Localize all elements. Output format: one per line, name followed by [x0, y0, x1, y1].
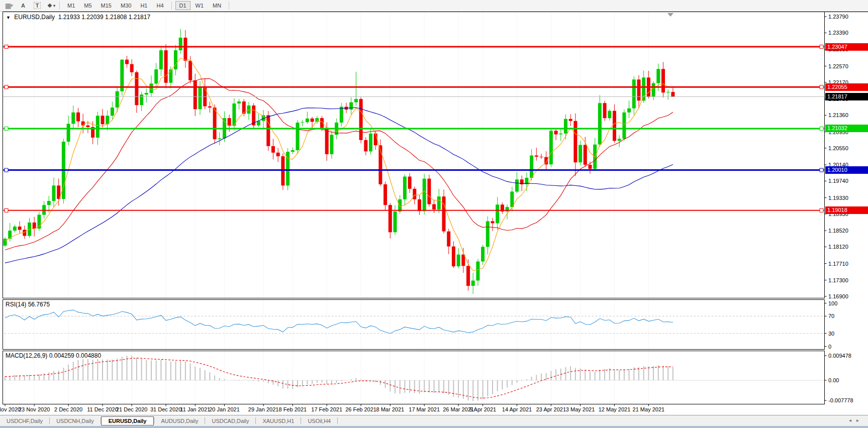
candle-body — [618, 139, 621, 141]
candle-body — [349, 102, 353, 110]
candle-body — [573, 121, 577, 162]
candle-body — [578, 145, 582, 163]
candle-body — [247, 105, 251, 114]
chart-title: ▼ EURUSD,Daily 1.21933 1.22039 1.21808 1… — [6, 14, 150, 21]
candle-body — [369, 134, 372, 152]
hline-handle[interactable] — [820, 168, 823, 172]
price-panel — [3, 12, 825, 298]
candle-body — [150, 83, 153, 93]
candle-body — [632, 79, 636, 108]
chart-canvas — [0, 0, 868, 428]
candle-body — [622, 113, 626, 139]
hline-handle[interactable] — [5, 168, 8, 172]
candle-body — [466, 266, 470, 286]
dropdown-triangle-icon[interactable]: ▼ — [6, 15, 11, 20]
symbol-tab-xauusd[interactable]: XAUUSD,H1 — [256, 416, 301, 425]
candle-body — [188, 61, 192, 80]
candle-body — [408, 177, 412, 189]
symbol-tab-usdchf[interactable]: USDCHF,Daily — [0, 416, 49, 425]
candle-body — [418, 199, 421, 211]
candle-body — [296, 123, 300, 150]
candle-body — [423, 179, 426, 211]
candle-body — [306, 119, 309, 122]
candle-body — [559, 134, 562, 135]
candle-body — [627, 109, 631, 113]
candle-body — [67, 124, 70, 142]
tab-scroll-arrows: ◂▸ — [849, 417, 864, 423]
candle-body — [183, 38, 187, 61]
candle-body — [613, 111, 616, 141]
candle-body — [530, 156, 533, 178]
candle-body — [271, 146, 275, 153]
rsi-panel — [3, 300, 825, 350]
candle-body — [549, 131, 553, 164]
window-bottom-edge — [0, 426, 868, 428]
candle-body — [213, 108, 217, 139]
candle-body — [130, 64, 134, 72]
candle-body — [354, 99, 358, 102]
candle-body — [13, 227, 17, 231]
candle-body — [135, 72, 138, 105]
candle-body — [383, 184, 387, 205]
candle-body — [656, 69, 660, 83]
hline-handle[interactable] — [5, 45, 8, 49]
tab-scroll-right-icon[interactable]: ▸ — [856, 417, 864, 423]
candle-body — [125, 60, 129, 64]
candle-body — [427, 179, 431, 204]
tab-scroll-left-icon[interactable]: ◂ — [849, 417, 856, 423]
candle-body — [47, 201, 51, 205]
candle-body — [535, 156, 538, 157]
hline-handle[interactable] — [820, 208, 823, 212]
candle-body — [589, 165, 592, 169]
candle-body — [4, 239, 7, 246]
candle-body — [325, 128, 329, 155]
symbol-tab-eurusd[interactable]: EURUSD,Daily — [101, 416, 154, 425]
candle-body — [452, 247, 455, 267]
candle-body — [194, 80, 197, 109]
hline-handle[interactable] — [820, 127, 823, 131]
mt4-window: ▦F A T ❖▾ M1M5M15M30H1H4D1W1MN ▼ EURUSD,… — [0, 0, 868, 428]
candle-body — [232, 103, 236, 126]
candle-body — [154, 69, 158, 83]
candle-body — [637, 79, 641, 100]
candle-body — [437, 196, 441, 209]
candle-body — [76, 113, 80, 122]
candle-body — [116, 91, 119, 108]
symbol-tab-usdcad[interactable]: USDCAD,Daily — [205, 416, 255, 425]
candle-body — [476, 262, 479, 281]
candle-body — [564, 119, 567, 134]
candle-body — [642, 77, 645, 100]
macd-panel — [3, 351, 825, 404]
candle-body — [340, 107, 343, 123]
candle-body — [608, 111, 611, 119]
candle-body — [496, 204, 499, 223]
hline-handle[interactable] — [820, 85, 823, 89]
candle-body — [652, 83, 655, 97]
symbol-tab-audusd[interactable]: AUDUSD,Daily — [154, 416, 205, 425]
candle-body — [666, 92, 670, 92]
candle-body — [145, 93, 148, 94]
candle-body — [71, 113, 75, 124]
candle-body — [671, 92, 674, 96]
candle-body — [218, 139, 221, 140]
candle-body — [554, 131, 558, 134]
candle-body — [661, 69, 665, 92]
chart-symbol-period: EURUSD,Daily — [14, 14, 55, 21]
hline-handle[interactable] — [5, 208, 8, 212]
tab-separator — [337, 417, 338, 424]
candle-body — [481, 247, 485, 261]
candle-body — [510, 191, 514, 207]
candle-body — [203, 86, 207, 106]
symbol-tab-usoil[interactable]: USOil,H4 — [301, 416, 337, 425]
candle-body — [276, 153, 280, 156]
candle-body — [140, 94, 143, 105]
hline-handle[interactable] — [5, 127, 8, 131]
hline-handle[interactable] — [5, 85, 8, 89]
candle-body — [111, 108, 114, 116]
hline-handle[interactable] — [820, 45, 823, 49]
candle-body — [33, 223, 36, 229]
candle-body — [291, 150, 295, 152]
symbol-tab-usdcnh[interactable]: USDCNH,Daily — [50, 416, 101, 425]
candle-body — [330, 135, 333, 154]
candle-body — [603, 103, 607, 118]
